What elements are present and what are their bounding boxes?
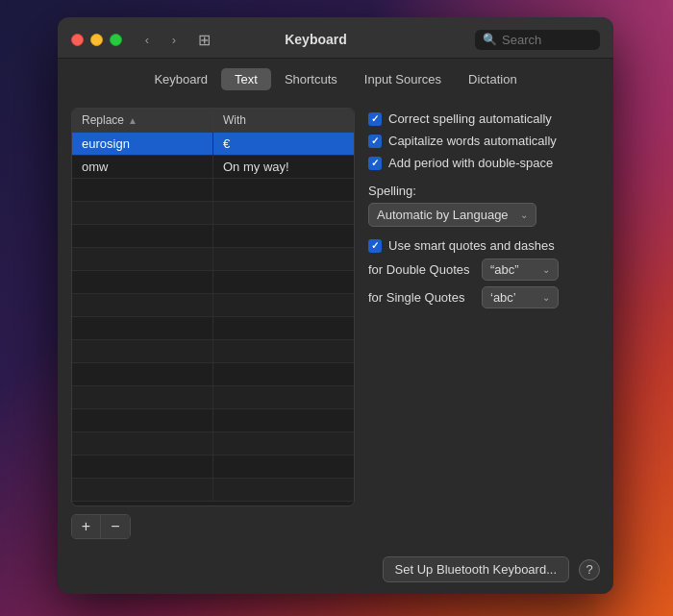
cell-with: On my way! <box>213 156 354 178</box>
cell-replace: omw <box>72 156 213 178</box>
maximize-button[interactable] <box>110 34 122 46</box>
add-period-checkbox[interactable]: ✓ <box>368 157 382 170</box>
cell-with: € <box>213 133 354 155</box>
tab-dictation[interactable]: Dictation <box>455 68 531 90</box>
correct-spelling-label: Correct spelling automatically <box>388 111 552 126</box>
table-row-empty <box>72 179 354 202</box>
double-quotes-dropdown[interactable]: “abc” ⌄ <box>482 259 559 281</box>
search-bar[interactable]: 🔍 <box>475 30 600 50</box>
table-row-empty <box>72 456 354 479</box>
table-row-empty <box>72 225 354 248</box>
checkmark-icon: ✓ <box>371 136 379 146</box>
add-remove-buttons: + − <box>71 514 131 539</box>
spelling-label: Spelling: <box>368 184 600 198</box>
main-content: Replace ▲ With eurosign € omw On my way! <box>58 98 613 549</box>
close-button[interactable] <box>71 34 84 46</box>
table-controls: + − <box>71 514 355 539</box>
double-quotes-label: for Double Quotes <box>368 262 474 277</box>
add-row-button[interactable]: + <box>72 515 101 538</box>
smart-quotes-checkbox[interactable]: ✓ <box>368 239 382 253</box>
single-quotes-row: for Single Quotes ‘abc’ ⌄ <box>368 286 600 308</box>
capitalize-words-label: Capitalize words automatically <box>388 134 557 148</box>
add-period-row: ✓ Add period with double-space <box>368 156 600 170</box>
chevron-down-icon: ⌄ <box>542 292 550 303</box>
table-row-empty <box>72 271 354 294</box>
spelling-section: Spelling: Automatic by Language ⌄ <box>368 184 600 227</box>
search-icon: 🔍 <box>483 33 497 46</box>
col-with: With <box>213 109 354 132</box>
back-button[interactable]: ‹ <box>136 29 159 50</box>
table-row-empty <box>72 386 354 409</box>
table-row-empty <box>72 294 354 317</box>
tab-text[interactable]: Text <box>221 68 271 90</box>
spelling-dropdown[interactable]: Automatic by Language ⌄ <box>368 203 536 227</box>
spelling-dropdown-value: Automatic by Language <box>377 208 509 222</box>
double-quotes-row: for Double Quotes “abc” ⌄ <box>368 259 600 281</box>
correct-spelling-row: ✓ Correct spelling automatically <box>368 111 600 126</box>
table-body: eurosign € omw On my way! <box>72 133 354 502</box>
single-quotes-value: ‘abc’ <box>490 290 516 305</box>
table-header: Replace ▲ With <box>72 109 354 133</box>
table-row-empty <box>72 340 354 363</box>
col-replace: Replace ▲ <box>72 109 213 132</box>
table-row-empty <box>72 479 354 502</box>
table-row-empty <box>72 409 354 432</box>
chevron-down-icon: ⌄ <box>520 209 528 220</box>
chevron-down-icon: ⌄ <box>542 264 550 275</box>
tab-input-sources[interactable]: Input Sources <box>351 68 455 90</box>
search-input[interactable] <box>502 33 592 47</box>
capitalize-words-row: ✓ Capitalize words automatically <box>368 134 600 148</box>
footer: Set Up Bluetooth Keyboard... ? <box>58 549 613 594</box>
double-quotes-value: “abc” <box>490 262 519 277</box>
minimize-button[interactable] <box>90 34 103 46</box>
table-row-empty <box>72 432 354 456</box>
traffic-lights <box>71 34 122 46</box>
checkmark-icon: ✓ <box>371 113 379 124</box>
checkmark-icon: ✓ <box>371 240 379 251</box>
correct-spelling-checkbox[interactable]: ✓ <box>368 112 382 126</box>
left-panel: Replace ▲ With eurosign € omw On my way! <box>71 108 355 539</box>
single-quotes-dropdown[interactable]: ‘abc’ ⌄ <box>482 286 559 308</box>
cell-replace: eurosign <box>72 133 213 155</box>
replacement-table: Replace ▲ With eurosign € omw On my way! <box>71 108 355 506</box>
tab-shortcuts[interactable]: Shortcuts <box>271 68 351 90</box>
keyboard-window: ‹ › ⊞ Keyboard 🔍 Keyboard Text Shortcuts… <box>58 17 613 594</box>
window-title: Keyboard <box>157 32 475 47</box>
table-row[interactable]: omw On my way! <box>72 156 354 179</box>
table-row-empty <box>72 317 354 340</box>
tabs-bar: Keyboard Text Shortcuts Input Sources Di… <box>58 59 613 98</box>
help-button[interactable]: ? <box>579 559 600 580</box>
table-row-empty <box>72 202 354 225</box>
tab-keyboard[interactable]: Keyboard <box>140 68 221 90</box>
checkmark-icon: ✓ <box>371 158 379 168</box>
smart-quotes-section: ✓ Use smart quotes and dashes for Double… <box>368 238 600 308</box>
single-quotes-label: for Single Quotes <box>368 290 474 305</box>
remove-row-button[interactable]: − <box>101 515 130 538</box>
titlebar: ‹ › ⊞ Keyboard 🔍 <box>58 17 613 59</box>
smart-quotes-row: ✓ Use smart quotes and dashes <box>368 238 600 253</box>
table-row-empty <box>72 363 354 386</box>
setup-bluetooth-button[interactable]: Set Up Bluetooth Keyboard... <box>383 556 569 582</box>
add-period-label: Add period with double-space <box>388 156 553 170</box>
capitalize-words-checkbox[interactable]: ✓ <box>368 135 382 148</box>
right-panel: ✓ Correct spelling automatically ✓ Capit… <box>368 108 600 539</box>
smart-quotes-label: Use smart quotes and dashes <box>388 238 555 253</box>
table-row-empty <box>72 248 354 271</box>
table-row[interactable]: eurosign € <box>72 133 354 156</box>
